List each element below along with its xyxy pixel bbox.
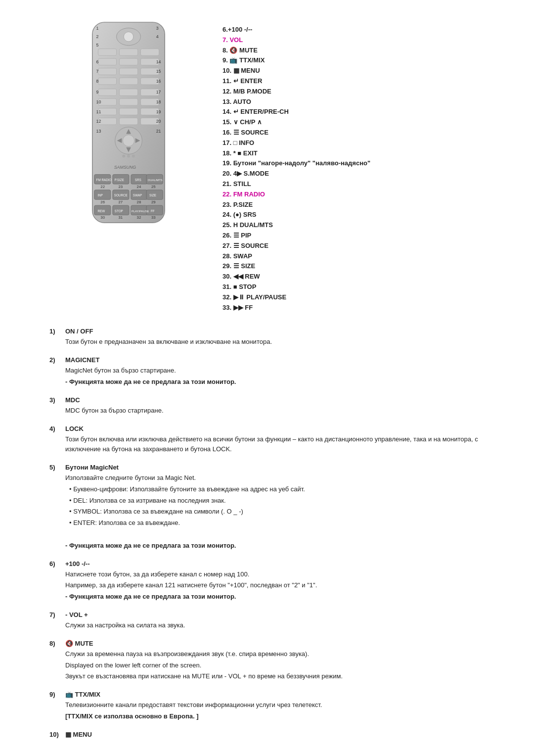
desc-warning-6: - Функцията може да не се предлага за то… — [65, 592, 494, 602]
svg-text:18: 18 — [156, 99, 161, 104]
desc-text-3-1: МDC бутон за бързо стартиране. — [65, 406, 494, 416]
desc-num-1: 1) — [49, 328, 61, 335]
item-6: 6.+100 -/-- — [222, 25, 514, 35]
item-25: 25. H DUAL/MTS — [222, 220, 514, 231]
item-31: 31. ■ STOP — [222, 282, 514, 292]
item-20: 20. 4▶ S.MODE — [222, 169, 514, 179]
svg-text:19: 19 — [156, 109, 161, 114]
desc-item-3: 3) MDC МDC бутон за бързо стартиране. — [49, 396, 494, 416]
svg-point-56 — [132, 155, 135, 158]
desc-body-1: Този бутон е предназначен за включване и… — [49, 337, 494, 347]
svg-rect-37 — [119, 108, 137, 115]
item-13: 13. AUTO — [222, 97, 514, 107]
desc-num-3: 3) — [49, 396, 61, 404]
desc-body-6: Натиснете този бутон, за да изберете кан… — [49, 569, 494, 602]
descriptions: 1) ON / OFF Този бутон е предназначен за… — [20, 328, 514, 747]
svg-text:SOURCE: SOURCE — [114, 193, 128, 197]
item-26: 26. ☰ PIP — [222, 231, 514, 241]
item-28: 28. SWAP — [222, 251, 514, 262]
svg-text:24: 24 — [137, 185, 141, 189]
title-line-3: 3) MDC — [49, 396, 494, 404]
desc-body-7: Служи за настройка на силата на звука. — [49, 620, 494, 631]
svg-text:SRS: SRS — [135, 178, 141, 182]
svg-rect-27 — [119, 89, 137, 96]
svg-rect-42 — [119, 118, 137, 125]
item-23: 23. P.SIZE — [222, 200, 514, 210]
desc-text-1-1: Този бутон е предназначен за включване и… — [65, 337, 494, 347]
svg-text:23: 23 — [118, 185, 123, 189]
desc-title-4: LOCK — [65, 425, 84, 432]
svg-text:3: 3 — [156, 26, 159, 31]
desc-text-8-2: Displayed on the lower left corner of th… — [65, 661, 494, 671]
item-19: 19. Бутони "нагоре-надолу" "наляво-надяс… — [222, 158, 514, 169]
desc-text-5-5: • ENTER: Използва се за въвеждане. — [69, 518, 494, 528]
svg-text:9: 9 — [96, 90, 99, 94]
desc-item-9: 9) 📺 TTX/MIX Телевизионните канали предо… — [49, 691, 494, 722]
item-24: 24. (●) SRS — [222, 210, 514, 220]
desc-item-1: 1) ON / OFF Този бутон е предназначен за… — [49, 328, 494, 347]
item-11: 11. ↵ ENTER — [222, 76, 514, 87]
desc-body-9: Телевизионните канали предоставят тексто… — [49, 700, 494, 722]
item-18: 18. * ■ EXIT — [222, 148, 514, 159]
desc-num-2: 2) — [49, 356, 61, 364]
svg-text:29: 29 — [151, 200, 156, 204]
svg-rect-14 — [98, 68, 116, 75]
svg-text:6: 6 — [96, 59, 99, 64]
desc-text-2-1: MagicNet бутон за бързо стартиране. — [65, 366, 494, 376]
right-panel: 6.+100 -/-- 7. VOL 8. 🔇 MUTE 9. 📺 TTX/MI… — [222, 20, 514, 313]
desc-item-4: 4) LOCK Този бутон включва или изключва … — [49, 425, 494, 455]
desc-title-1: ON / OFF — [65, 328, 93, 335]
svg-text:13: 13 — [96, 129, 101, 134]
desc-text-9-1: Телевизионните канали предоставят тексто… — [65, 700, 494, 710]
svg-text:33: 33 — [151, 215, 156, 220]
svg-rect-12 — [119, 58, 137, 65]
desc-warning-5: - Функцията може да не се предлага за то… — [65, 541, 494, 551]
remote-image: 1 2 5 3 4 — [77, 20, 180, 228]
svg-rect-9 — [119, 49, 137, 56]
svg-text:5: 5 — [96, 43, 99, 47]
desc-body-5: Използвайте следните бутони за Magic Net… — [49, 473, 494, 551]
desc-body-4: Този бутон включва или изключва действие… — [49, 434, 494, 455]
svg-text:32: 32 — [137, 215, 141, 220]
svg-rect-11 — [98, 58, 116, 65]
desc-text-6-2: Например, за да изберете канал 121 натис… — [65, 580, 494, 591]
svg-text:27: 27 — [118, 200, 123, 204]
item-21: 21. STILL — [222, 179, 514, 189]
desc-title-5: Бутони MagicNet — [65, 464, 119, 471]
svg-point-2 — [124, 32, 134, 42]
top-section: 1 2 5 3 4 — [20, 20, 514, 313]
svg-text:10: 10 — [96, 99, 101, 104]
svg-point-49 — [123, 135, 134, 146]
item-29: 29. ☰ SIZE — [222, 261, 514, 272]
desc-text-5-3: • DEL: Използва се за изтриване на после… — [69, 496, 494, 506]
svg-text:15: 15 — [156, 69, 161, 74]
svg-text:SIZE: SIZE — [149, 193, 156, 197]
desc-item-5: 5) Бутони MagicNet Използвайте следните … — [49, 464, 494, 551]
title-line-2: 2) MAGICNET — [49, 356, 494, 364]
svg-text:21: 21 — [156, 129, 161, 134]
desc-num-8: 8) — [49, 640, 61, 647]
svg-text:26: 26 — [100, 200, 105, 204]
svg-text:STOP: STOP — [115, 209, 123, 213]
svg-text:2: 2 — [96, 34, 99, 39]
item-8: 8. 🔇 MUTE — [222, 46, 514, 56]
desc-text-5-spacer — [65, 529, 494, 540]
desc-title-6: +100 -/-- — [65, 560, 90, 567]
item-16: 16. ☰ SOURCE — [222, 128, 514, 138]
desc-title-3: MDC — [65, 396, 80, 404]
svg-rect-8 — [98, 49, 116, 56]
svg-rect-10 — [140, 49, 159, 56]
desc-text-8-3: Звукът се възстановява при натискане на … — [65, 671, 494, 682]
title-line-10: 10) ▦ MENU — [49, 731, 494, 738]
title-line-8: 8) 🔇 MUTE — [49, 640, 494, 647]
svg-text:INP: INP — [97, 193, 103, 197]
svg-text:28: 28 — [137, 200, 141, 204]
svg-rect-26 — [98, 89, 116, 96]
remote-container: 1 2 5 3 4 — [49, 20, 208, 228]
svg-text:7: 7 — [96, 69, 99, 74]
svg-text:SAMSUNG: SAMSUNG — [114, 165, 136, 170]
main-content: 1 2 5 3 4 — [20, 10, 514, 747]
svg-text:20: 20 — [156, 119, 161, 124]
title-line-6: 6) +100 -/-- — [49, 560, 494, 567]
svg-point-54 — [122, 155, 125, 158]
